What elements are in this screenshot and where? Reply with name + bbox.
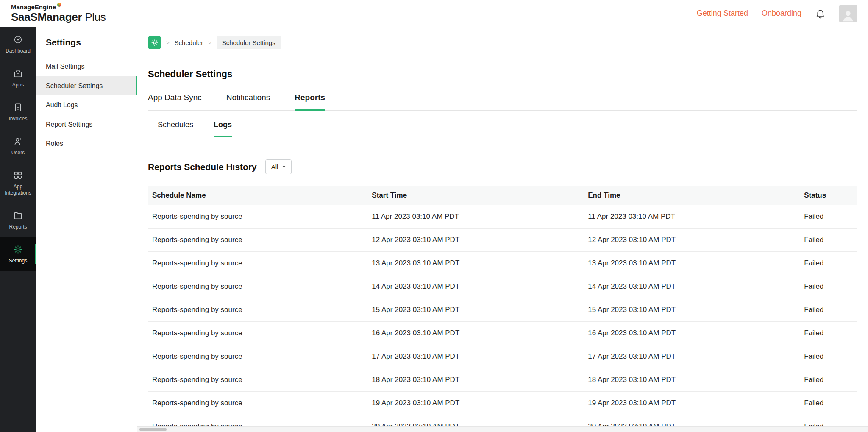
table-row: Reports-spending by source17 Apr 2023 03… xyxy=(148,345,857,368)
status-cell: Failed xyxy=(800,205,857,229)
subtab-schedules[interactable]: Schedules xyxy=(158,120,193,137)
manageengine-label: ManageEngine xyxy=(11,4,56,11)
dashboard-icon xyxy=(13,35,23,45)
subtab-logs[interactable]: Logs xyxy=(214,120,232,137)
breadcrumb: > Scheduler > Scheduler Settings xyxy=(148,36,857,49)
table-row: Reports-spending by source15 Apr 2023 03… xyxy=(148,298,857,322)
settings-nav-report-settings[interactable]: Report Settings xyxy=(36,115,137,134)
settings-nav-audit-logs[interactable]: Audit Logs xyxy=(36,95,137,115)
sidebar-item-reports[interactable]: Reports xyxy=(0,203,36,237)
sidebar-item-label: Settings xyxy=(9,258,27,264)
end-time-cell: 19 Apr 2023 03:10 AM PDT xyxy=(584,392,800,415)
table-header-row: Schedule Name Start Time End Time Status xyxy=(148,186,857,205)
table-row: Reports-spending by source14 Apr 2023 03… xyxy=(148,275,857,298)
history-filter-value: All xyxy=(271,163,278,170)
schedule-name-cell: Reports-spending by source xyxy=(148,368,367,392)
start-time-cell: 14 Apr 2023 03:10 AM PDT xyxy=(367,275,584,298)
tab-bar: App Data Sync Notifications Reports xyxy=(148,93,857,111)
gear-icon xyxy=(13,245,23,254)
schedule-name-cell: Reports-spending by source xyxy=(148,252,367,275)
subtab-bar: Schedules Logs xyxy=(148,120,857,137)
end-time-cell: 17 Apr 2023 03:10 AM PDT xyxy=(584,345,800,368)
table-row: Reports-spending by source13 Apr 2023 03… xyxy=(148,252,857,275)
schedule-history-table: Schedule Name Start Time End Time Status… xyxy=(148,186,857,432)
chevron-down-icon xyxy=(282,166,286,168)
end-time-cell: 15 Apr 2023 03:10 AM PDT xyxy=(584,298,800,322)
column-header-status: Status xyxy=(800,186,857,205)
sidebar-item-apps[interactable]: Apps xyxy=(0,61,36,95)
schedule-name-cell: Reports-spending by source xyxy=(148,205,367,229)
tab-app-data-sync[interactable]: App Data Sync xyxy=(148,93,202,110)
settings-sidebar-title: Settings xyxy=(36,33,137,57)
history-filter-dropdown[interactable]: All xyxy=(265,159,292,174)
schedule-name-cell: Reports-spending by source xyxy=(148,275,367,298)
history-title: Reports Schedule History xyxy=(148,162,257,172)
main-content: > Scheduler > Scheduler Settings Schedul… xyxy=(137,27,868,432)
table-body: Reports-spending by source11 Apr 2023 03… xyxy=(148,205,857,432)
primary-sidebar: Dashboard Apps Invoices Users App Integr… xyxy=(0,27,36,432)
status-cell: Failed xyxy=(800,252,857,275)
sidebar-item-label: Apps xyxy=(12,82,24,88)
brand-top-text: ManageEngine xyxy=(11,4,106,11)
product-name: SaaSManager Plus xyxy=(11,11,106,23)
settings-nav-roles[interactable]: Roles xyxy=(36,134,137,153)
sidebar-item-label: Invoices xyxy=(8,116,27,122)
table-row: Reports-spending by source11 Apr 2023 03… xyxy=(148,205,857,229)
horizontal-scrollbar[interactable] xyxy=(137,426,868,432)
users-icon xyxy=(13,137,23,146)
end-time-cell: 14 Apr 2023 03:10 AM PDT xyxy=(584,275,800,298)
settings-sidebar: Settings Mail Settings Scheduler Setting… xyxy=(36,27,137,432)
start-time-cell: 16 Apr 2023 03:10 AM PDT xyxy=(367,322,584,345)
end-time-cell: 12 Apr 2023 03:10 AM PDT xyxy=(584,229,800,252)
schedule-name-cell: Reports-spending by source xyxy=(148,392,367,415)
start-time-cell: 12 Apr 2023 03:10 AM PDT xyxy=(367,229,584,252)
settings-nav-mail-settings[interactable]: Mail Settings xyxy=(36,57,137,76)
history-header: Reports Schedule History All xyxy=(148,159,857,174)
schedule-name-cell: Reports-spending by source xyxy=(148,322,367,345)
start-time-cell: 13 Apr 2023 03:10 AM PDT xyxy=(367,252,584,275)
app-integrations-icon xyxy=(13,170,23,180)
breadcrumb-separator: > xyxy=(166,39,170,46)
end-time-cell: 18 Apr 2023 03:10 AM PDT xyxy=(584,368,800,392)
start-time-cell: 17 Apr 2023 03:10 AM PDT xyxy=(367,345,584,368)
sidebar-item-settings[interactable]: Settings xyxy=(0,237,36,271)
sidebar-item-users[interactable]: Users xyxy=(0,129,36,163)
status-cell: Failed xyxy=(800,345,857,368)
status-cell: Failed xyxy=(800,392,857,415)
breadcrumb-home-tile[interactable] xyxy=(148,36,161,49)
schedule-name-cell: Reports-spending by source xyxy=(148,298,367,322)
settings-nav-scheduler-settings[interactable]: Scheduler Settings xyxy=(36,76,137,96)
sidebar-item-invoices[interactable]: Invoices xyxy=(0,95,36,129)
table-row: Reports-spending by source18 Apr 2023 03… xyxy=(148,368,857,392)
notification-bell-icon[interactable] xyxy=(815,8,826,19)
horizontal-scrollbar-thumb[interactable] xyxy=(139,428,167,431)
tab-reports[interactable]: Reports xyxy=(295,93,325,111)
invoices-icon xyxy=(13,103,23,112)
gear-icon xyxy=(151,39,159,47)
breadcrumb-scheduler[interactable]: Scheduler xyxy=(175,39,203,46)
getting-started-link[interactable]: Getting Started xyxy=(697,9,748,18)
start-time-cell: 18 Apr 2023 03:10 AM PDT xyxy=(367,368,584,392)
brand-logo[interactable]: ManageEngine SaaSManager Plus xyxy=(11,4,106,22)
sidebar-item-app-integrations[interactable]: App Integrations xyxy=(0,163,36,203)
schedule-name-cell: Reports-spending by source xyxy=(148,345,367,368)
avatar[interactable] xyxy=(839,5,857,22)
tab-notifications[interactable]: Notifications xyxy=(226,93,270,110)
end-time-cell: 13 Apr 2023 03:10 AM PDT xyxy=(584,252,800,275)
sidebar-item-dashboard[interactable]: Dashboard xyxy=(0,27,36,61)
start-time-cell: 15 Apr 2023 03:10 AM PDT xyxy=(367,298,584,322)
onboarding-link[interactable]: Onboarding xyxy=(762,9,801,18)
page-title: Scheduler Settings xyxy=(148,69,857,80)
top-header: ManageEngine SaaSManager Plus Getting St… xyxy=(0,0,868,27)
header-actions: Getting Started Onboarding xyxy=(697,5,857,22)
status-cell: Failed xyxy=(800,368,857,392)
status-cell: Failed xyxy=(800,322,857,345)
table-row: Reports-spending by source19 Apr 2023 03… xyxy=(148,392,857,415)
status-cell: Failed xyxy=(800,275,857,298)
start-time-cell: 11 Apr 2023 03:10 AM PDT xyxy=(367,205,584,229)
column-header-schedule-name: Schedule Name xyxy=(148,186,367,205)
end-time-cell: 11 Apr 2023 03:10 AM PDT xyxy=(584,205,800,229)
sidebar-item-label: Users xyxy=(11,150,25,156)
table-row: Reports-spending by source16 Apr 2023 03… xyxy=(148,322,857,345)
column-header-end-time: End Time xyxy=(584,186,800,205)
